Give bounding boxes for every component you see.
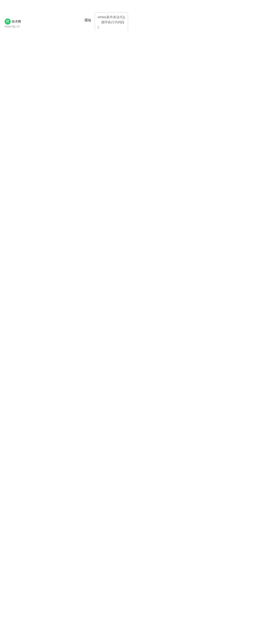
footer-branding: IT技术网 www.itjs.cn xyxy=(5,18,21,28)
mindmap-container: JavaScript流程语句 July ing July ing July in… xyxy=(0,0,262,31)
label-syntax: 语法 xyxy=(85,18,91,23)
connector-lines xyxy=(0,0,262,31)
logo-icon: IT xyxy=(5,18,11,25)
while-syntax-code: while(条件表达式){ 循环执行代码段 } xyxy=(95,12,128,31)
